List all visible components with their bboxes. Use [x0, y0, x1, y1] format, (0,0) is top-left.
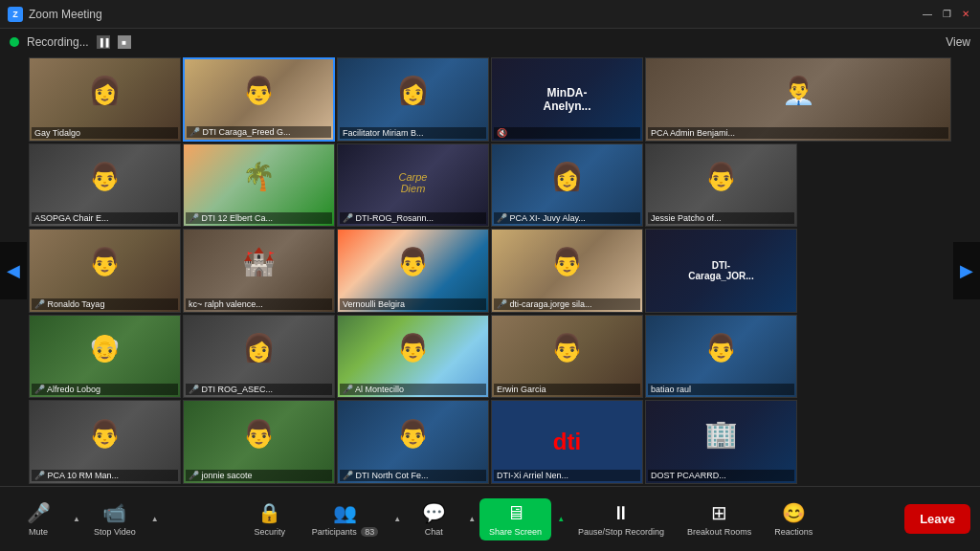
toolbar-center: 🔒 Security 👥 Participants 83 ▲ 💬 Chat ▲ …	[241, 497, 823, 540]
participant-name: 🎤 Alfredo Lobog	[32, 384, 178, 395]
restore-button[interactable]: ❐	[940, 8, 953, 21]
video-cell-25[interactable]: 🏢 DOST PCAARRD...	[645, 400, 797, 484]
participants-label: Participants 83	[312, 527, 379, 537]
video-cell-24[interactable]: dti DTI-Xi Arriel Nen...	[491, 400, 643, 484]
participant-name: 🎤 DTI North Cot Fe...	[340, 470, 486, 481]
security-button[interactable]: 🔒 Security	[241, 497, 299, 540]
video-cell-19[interactable]: 👨 Erwin Garcia	[491, 315, 643, 399]
video-cell-14[interactable]: 👨 🎤 dti-caraga.jorge sila...	[491, 229, 643, 313]
video-cell-11[interactable]: 👨 🎤 Ronaldo Tayag	[29, 229, 181, 313]
participant-video: 👨	[338, 401, 488, 466]
participant-name: 🎤 DTI-ROG_Rosann...	[340, 212, 486, 224]
participant-label: DTI-Caraga_JOR...	[683, 260, 759, 281]
video-cell-17[interactable]: 👩 🎤 DTI ROG_ASEC...	[183, 315, 335, 399]
video-cell-15[interactable]: DTI-Caraga_JOR...	[645, 229, 797, 313]
chat-button[interactable]: 💬 Chat	[405, 497, 462, 540]
pause-recording-btn[interactable]: ▐▐	[97, 35, 110, 49]
video-cell-2[interactable]: 👨 🎤 DTI Caraga_Freed G...	[183, 57, 335, 142]
video-cell-1[interactable]: 👩 Gay Tidalgo	[29, 57, 181, 142]
video-cell-22[interactable]: 👨 🎤 jonnie sacote	[183, 400, 335, 484]
window-controls: — ❐ ✕	[921, 8, 972, 21]
participant-video: 👴	[30, 316, 180, 381]
nav-right-button[interactable]: ▶	[953, 242, 980, 299]
participant-name: DOST PCAARRD...	[648, 470, 794, 481]
participant-name: DTI-Xi Arriel Nen...	[494, 470, 640, 481]
participant-video: 🏰	[184, 230, 334, 295]
participant-video: 👨	[30, 401, 180, 466]
video-cell-9[interactable]: 👩 🎤 PCA XI- Juvy Alay...	[491, 143, 643, 228]
video-cell-6[interactable]: 👨 ASOPGA Chair E...	[29, 143, 181, 228]
video-cell-21[interactable]: 👨 🎤 PCA 10 RM Man...	[29, 400, 181, 484]
participant-name: Facilitator Miriam B...	[340, 127, 486, 139]
participant-video: 👨	[338, 316, 488, 381]
video-cell-7[interactable]: 🌴 🎤 DTI 12 Elbert Ca...	[183, 143, 335, 228]
titlebar: Z Zoom Meeting — ❐ ✕	[0, 0, 980, 29]
toolbar: 🎤 Mute ▲ 📹 Stop Video ▲ 🔒 Security 👥 Par…	[0, 486, 980, 551]
video-cell-4[interactable]: MinDA-Anelyn... 🔇	[491, 57, 643, 142]
video-cell-18[interactable]: 👨 🎤 Al Montecillo	[337, 315, 489, 399]
participants-chevron[interactable]: ▲	[393, 515, 401, 523]
zoom-icon: Z	[8, 7, 23, 22]
video-cell-12[interactable]: 🏰 kc~ ralph valence...	[183, 229, 335, 313]
participant-name: Erwin Garcia	[494, 384, 640, 395]
mic-icon: 🎤	[27, 501, 51, 524]
participant-name: kc~ ralph valence...	[186, 298, 332, 310]
participant-name: 🎤 Ronaldo Tayag	[32, 298, 178, 310]
participant-video: 👨	[185, 59, 333, 122]
security-label: Security	[254, 527, 285, 537]
pause-recording-label: Pause/Stop Recording	[578, 527, 664, 537]
participant-video: 👨‍💼	[646, 58, 950, 123]
participant-video: 👩	[492, 144, 642, 209]
dti-logo: dti	[553, 429, 581, 455]
participant-name: 🎤 DTI Caraga_Freed G...	[187, 126, 331, 138]
nav-left-button[interactable]: ◀	[0, 242, 27, 299]
reactions-icon: 😊	[782, 501, 806, 524]
share-chevron[interactable]: ▲	[557, 515, 565, 523]
participants-button[interactable]: 👥 Participants 83	[302, 497, 389, 540]
participant-video: 👨	[338, 230, 488, 295]
minda-label: MinDA-Anelyn...	[529, 86, 605, 113]
stop-recording-btn[interactable]: ■	[118, 35, 131, 49]
mute-chevron[interactable]: ▲	[73, 515, 80, 523]
video-cell-5[interactable]: 👨‍💼 PCA Admin Benjami...	[645, 57, 951, 142]
participant-name: Jessie Patcho of...	[648, 212, 794, 224]
recording-text: Recording...	[27, 35, 89, 49]
minimize-button[interactable]: —	[921, 8, 934, 21]
participant-video: 👨	[646, 316, 796, 381]
participant-video: 👩	[338, 58, 488, 123]
chat-chevron[interactable]: ▲	[468, 515, 476, 523]
video-cell-13[interactable]: 👨 Vernoulli Belgira	[337, 229, 489, 313]
participant-name: 🎤 DTI ROG_ASEC...	[186, 384, 332, 395]
participant-video: 👨	[184, 401, 334, 466]
participants-count: 83	[361, 527, 378, 537]
mute-button[interactable]: 🎤 Mute	[10, 497, 67, 540]
stop-video-button[interactable]: 📹 Stop Video	[84, 497, 145, 540]
participant-name: 🎤 PCA XI- Juvy Alay...	[494, 212, 640, 224]
video-cell-10[interactable]: 👨 Jessie Patcho of...	[645, 143, 797, 228]
participant-video: 👩	[184, 316, 334, 381]
share-screen-button[interactable]: 🖥 Share Screen	[479, 498, 551, 540]
video-cell-20[interactable]: 👨 batiao raul	[645, 315, 797, 399]
participant-video: 👨	[492, 230, 642, 295]
video-cell-16[interactable]: 👴 🎤 Alfredo Lobog	[29, 315, 181, 399]
chat-icon: 💬	[422, 501, 446, 524]
toolbar-left: 🎤 Mute ▲ 📹 Stop Video ▲	[10, 497, 159, 540]
reactions-button[interactable]: 😊 Reactions	[765, 497, 822, 540]
participant-video: 🏢	[646, 401, 796, 466]
toolbar-right: Leave	[904, 504, 970, 534]
participant-video: 🌴	[184, 144, 334, 209]
video-cell-23[interactable]: 👨 🎤 DTI North Cot Fe...	[337, 400, 489, 484]
close-button[interactable]: ✕	[959, 8, 972, 21]
participant-name: Vernoulli Belgira	[340, 298, 486, 310]
video-cell-8[interactable]: CarpeDiem 🎤 DTI-ROG_Rosann...	[337, 143, 489, 228]
mute-label: Mute	[29, 527, 48, 537]
view-button[interactable]: View	[946, 35, 970, 49]
video-cell-3[interactable]: 👩 Facilitator Miriam B...	[337, 57, 489, 142]
leave-button[interactable]: Leave	[904, 504, 970, 534]
breakout-rooms-button[interactable]: ⊞ Breakout Rooms	[678, 497, 761, 540]
participants-icon: 👥	[333, 501, 357, 524]
video-chevron[interactable]: ▲	[151, 515, 159, 523]
participant-name: 🎤 jonnie sacote	[186, 470, 332, 481]
video-grid: ◀ ▶ 👩 Gay Tidalgo 👨 🎤 DTI Caraga_Freed G…	[0, 55, 980, 486]
pause-recording-button[interactable]: ⏸ Pause/Stop Recording	[568, 498, 674, 540]
